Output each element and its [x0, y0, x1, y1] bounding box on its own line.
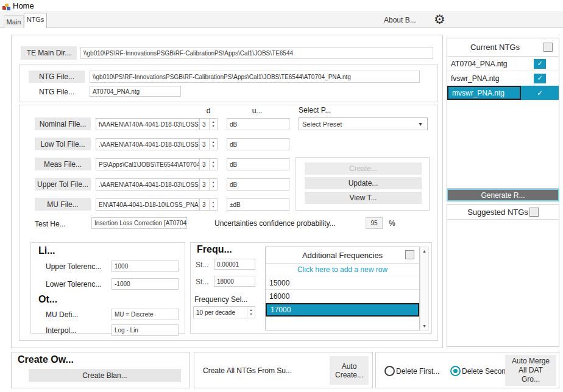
test-header-label: Test He... [35, 220, 66, 228]
te-main-dir-button[interactable]: TE Main Dir... [21, 46, 77, 60]
additional-frequencies-table: Additional Frequencies Click here to add… [265, 247, 420, 331]
ntg-file-path-input[interactable]: \\gb010\PS\RF-InnovationsPSGB\RF-Calibra… [90, 71, 420, 83]
test-header-input[interactable]: Insertion Loss Correction [AT0704.DAT] [91, 217, 187, 229]
spinner-arrows-icon[interactable]: ▴▾ [209, 159, 217, 170]
frequency-row[interactable]: 15000 [266, 276, 419, 290]
additional-frequencies-header: Additional Frequencies [266, 247, 419, 264]
low-tol-file-button[interactable]: Low Tol File... [35, 138, 91, 150]
create-blank-button[interactable]: Create Blan... [29, 369, 181, 382]
chevron-down-icon: ▾ [414, 121, 427, 127]
stop-frequency-input[interactable]: 18000 [214, 276, 255, 287]
current-ntgs-checkbox[interactable] [544, 43, 553, 52]
ntg-file-name-input[interactable]: AT0704_PNA.ntg [90, 86, 181, 97]
spinner-arrows-icon[interactable]: ▴▾ [209, 139, 217, 150]
meas-decimals-spinner[interactable]: 3▴▾ [199, 158, 218, 170]
additional-frequencies-title: Additional Frequencies [302, 251, 383, 260]
column-header-decimals: d [199, 107, 218, 115]
limits-box: Li... Upper Tolerenc... 1000 Lower Toler… [30, 242, 185, 334]
low-tol-file-path-input[interactable]: .\AAREN\AT40A-4041-D18-03\LOSS.DAT [96, 138, 199, 150]
update-button[interactable]: Update... [305, 177, 422, 189]
ntg-item-checkbox[interactable]: ✓ [521, 71, 559, 85]
nominal-units-input[interactable]: dB [227, 118, 289, 130]
suggested-ntgs-title: Suggested NTGs [467, 208, 528, 217]
auto-merge-button[interactable]: Auto Merge All DAT Gro... [505, 355, 556, 386]
add-new-row-link[interactable]: Click here to add a new row [266, 264, 419, 276]
nominal-decimals-spinner[interactable]: 3▴▾ [199, 118, 218, 130]
start-frequency-input[interactable]: 0.00001 [214, 259, 255, 270]
auto-create-button[interactable]: Auto Create... [330, 356, 369, 385]
spinner-arrows-icon[interactable]: ▴▾ [209, 179, 217, 190]
ntg-file-name-label: NTG File... [39, 88, 74, 96]
upper-tol-units-input[interactable]: dB [227, 178, 289, 191]
upper-tolerance-input[interactable]: 1000 [112, 261, 179, 272]
mu-definition-input[interactable]: MU = Discrete [112, 309, 179, 320]
nominal-file-button[interactable]: Nominal File... [35, 117, 91, 130]
lower-tolerance-input[interactable]: -1000 [112, 278, 179, 290]
low-tol-decimals-spinner[interactable]: 3▴▾ [199, 138, 218, 150]
create-all-label: Create All NTGs From Su... [203, 366, 292, 375]
ntgs-panel: TE Main Dir... \\gb010\PS\RF-Innovations… [11, 35, 443, 348]
mu-decimals-spinner[interactable]: 3▴▾ [199, 198, 218, 211]
frequency-table-scrollbar[interactable]: ▲ ▼ [420, 247, 429, 331]
ntg-item-name[interactable]: mvswr_PNA.ntg [447, 86, 521, 100]
spinner-arrows-icon[interactable]: ▴▾ [247, 307, 255, 318]
ntg-item-checkbox[interactable]: ✓ [521, 57, 559, 71]
meas-file-button[interactable]: Meas File... [35, 158, 91, 170]
about-button[interactable]: About B... [384, 16, 416, 24]
meas-file-path-input[interactable]: PS\Apps\Cal1\JOBS\TE6544\AT0704.DAT [96, 158, 199, 170]
checkmark-icon: ✓ [534, 74, 546, 83]
upper-tol-decimals-spinner[interactable]: 3▴▾ [199, 178, 218, 191]
te-main-dir-input[interactable]: \\gb010\PS\RF-InnovationsPSGB\RF-Calibra… [80, 47, 433, 59]
spinner-value: 3 [200, 139, 209, 150]
frequency-row[interactable]: 16000 [266, 290, 419, 303]
generate-report-button[interactable]: Generate R... [447, 189, 559, 201]
meas-units-input[interactable]: dB [227, 158, 289, 170]
spinner-arrows-icon[interactable]: ▴▾ [209, 199, 217, 210]
create-own-box: Create Ow... Create Blan... [11, 352, 190, 388]
spinner-value: 3 [200, 199, 209, 210]
ntg-file-button[interactable]: NTG File... [29, 71, 85, 83]
frequency-row[interactable]: 17000 [266, 303, 419, 317]
ntg-item-checkbox[interactable]: ✓ [521, 86, 559, 100]
frequency-select-value: 10 per decade [194, 307, 247, 318]
window-title: Home [13, 1, 34, 10]
select-preset-dropdown[interactable]: Select Preset ▾ [299, 117, 428, 130]
delete-first-label: Delete First... [396, 367, 439, 376]
frequency-title: Frequ... [197, 244, 232, 255]
other-title: Ot... [38, 294, 57, 305]
spinner-arrows-icon[interactable]: ▴▾ [209, 119, 217, 130]
mu-file-path-input[interactable]: EN\AT40A-4041-D18-10\LOSS_PNA.DAT [96, 198, 199, 211]
checkmark-icon: ✓ [534, 59, 546, 69]
settings-gear-icon[interactable]: ⚙ [434, 13, 445, 26]
mu-units-input[interactable]: ±dB [227, 198, 289, 211]
ntg-list-item[interactable]: mvswr_PNA.ntg✓ [447, 86, 559, 100]
uncertainty-input[interactable]: 95 [366, 217, 383, 229]
create-button[interactable]: Create... [305, 163, 422, 175]
delete-first-radio[interactable] [384, 366, 395, 376]
interpolation-input[interactable]: Log - Lin [112, 324, 179, 336]
delete-second-radio[interactable] [450, 366, 461, 376]
column-header-units: u... [242, 107, 272, 115]
ntg-item-name[interactable]: AT0704_PNA.ntg [447, 57, 521, 71]
select-preset-label: Select P... [299, 106, 331, 114]
ntg-list-item[interactable]: AT0704_PNA.ntg✓ [447, 57, 559, 71]
upper-tol-file-button[interactable]: Upper Tol File... [35, 178, 91, 191]
tab-ntgs[interactable]: NTGs [24, 13, 47, 29]
current-ntgs-box: Current NTGs AT0704_PNA.ntg✓fvswr_PNA.nt… [447, 38, 559, 189]
stop-frequency-label: St... [196, 278, 208, 286]
suggested-ntgs-checkbox[interactable] [529, 208, 539, 217]
ntg-item-name[interactable]: fvswr_PNA.ntg [447, 71, 521, 85]
scroll-down-icon[interactable]: ▼ [420, 324, 428, 328]
ntg-file-box: NTG File... \\gb010\PS\RF-InnovationsPSG… [19, 65, 438, 102]
upper-tol-file-path-input[interactable]: .\AAREN\AT40A-4041-D18-03\LOSS.DAT [96, 178, 199, 191]
spinner-value: 3 [200, 159, 209, 170]
tab-main[interactable]: Main [4, 15, 24, 28]
additional-frequencies-checkbox[interactable] [405, 250, 414, 259]
view-button[interactable]: View T... [305, 192, 422, 204]
nominal-file-path-input[interactable]: f\AAREN\AT40A-4041-D18-03\LOSS.DAT [96, 118, 199, 130]
ntg-list-item[interactable]: fvswr_PNA.ntg✓ [447, 71, 559, 86]
scroll-up-icon[interactable]: ▲ [420, 249, 428, 253]
low-tol-units-input[interactable]: dB [227, 138, 289, 150]
mu-file-button[interactable]: MU File... [35, 198, 91, 211]
frequency-select-spinner[interactable]: 10 per decade ▴▾ [193, 306, 255, 318]
